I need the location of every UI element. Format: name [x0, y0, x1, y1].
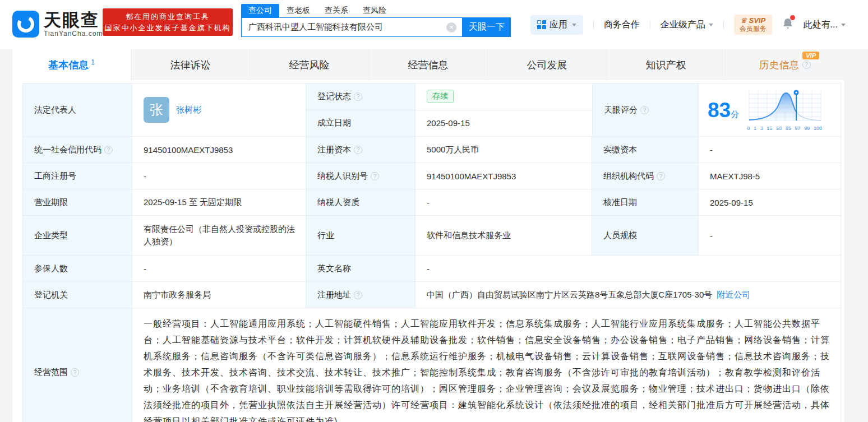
help-icon[interactable]: ? — [354, 291, 362, 299]
help-icon[interactable]: ? — [104, 146, 113, 154]
score-number-block: 83分 — [708, 100, 739, 120]
help-icon[interactable]: ? — [354, 146, 362, 154]
reg-capital-value: 5000万人民币 — [415, 137, 592, 163]
search-tabs: 查公司 查老板 查关系 查风险 — [241, 4, 511, 17]
reg-capital-label: 注册资本 — [317, 145, 351, 155]
taxpayer-id-label-cell: 纳税人识别号 ? — [306, 163, 415, 189]
taxpayer-qual-value: - — [415, 189, 592, 215]
status-date-stack: 登记状态 ? 存续 成立日期 2025-09-15 — [306, 84, 592, 136]
top-header: 天眼查 TianYanCha.com 都在用的商业查询工具 国家中小企业发展子基… — [0, 0, 868, 49]
english-name-label: 英文名称 — [306, 256, 415, 281]
nav-business-cooperation[interactable]: 商务合作 — [604, 19, 640, 31]
tab-legal-proceedings[interactable]: 法律诉讼 — [131, 49, 250, 80]
search-area: 查公司 查老板 查关系 查风险 × 天眼一下 — [241, 4, 511, 37]
search-input[interactable] — [242, 18, 462, 36]
user-menu-label: 此处有... — [804, 19, 838, 31]
tianyancha-swirl-icon — [12, 11, 39, 38]
table-subrow: 登记状态 ? 存续 — [306, 84, 592, 110]
tab-intellectual-property[interactable]: 知识产权 — [607, 49, 726, 80]
company-type-label: 企业类型 — [23, 216, 132, 255]
tianyancha-logo[interactable]: 天眼查 TianYanCha.com — [12, 11, 103, 38]
score-distribution-chart: 0131550859799100 — [747, 89, 823, 131]
help-icon[interactable]: ? — [802, 61, 811, 69]
user-menu[interactable]: 此处有... — [804, 19, 846, 31]
biz-term-label: 营业期限 — [23, 189, 132, 215]
paid-capital-value: - — [699, 137, 842, 163]
svip-membership-button[interactable]: ♛ SVIP 会员服务 — [734, 15, 772, 35]
table-subrow: 成立日期 2025-09-15 — [306, 110, 592, 137]
uscc-value: 91450100MAEXTJ9853 — [132, 137, 306, 163]
reg-capital-label-cell: 注册资本 ? — [306, 137, 415, 163]
search-button[interactable]: 天眼一下 — [463, 17, 511, 37]
enterprise-label: 企业级产品 — [661, 19, 705, 31]
nav-enterprise-products[interactable]: 企业级产品 — [661, 19, 713, 31]
reg-status-label: 登记状态 — [317, 91, 351, 102]
score-label: 天眼评分 — [604, 105, 638, 115]
clear-search-icon[interactable]: × — [446, 22, 456, 33]
staff-size-value: - — [699, 216, 842, 255]
address-value: 中国（广西）自由贸易试验区南宁片区云英路8号五象总部大厦C座1705-30号 — [427, 290, 712, 300]
brand-name: 天眼查 — [44, 11, 103, 29]
divider — [650, 20, 650, 29]
notification-bell-icon[interactable] — [782, 17, 793, 32]
search-tab-relation[interactable]: 查关系 — [317, 4, 355, 17]
taxpayer-id-label: 纳税人识别号 — [317, 171, 368, 182]
tab-operation-info[interactable]: 经营信息 — [369, 49, 488, 80]
search-tab-risk[interactable]: 查风险 — [355, 4, 394, 17]
table-row: 工商注册号 - 纳税人识别号 ? 91450100MAEXTJ9853 组织机构… — [23, 163, 841, 189]
reg-authority-value: 南宁市政务服务局 — [132, 282, 306, 308]
reg-status-cell: 存续 — [415, 84, 592, 110]
est-date-label: 成立日期 — [306, 110, 415, 137]
score-cell[interactable]: 83分 — [699, 84, 842, 136]
help-icon[interactable]: ? — [371, 172, 379, 180]
legal-rep-label: 法定代表人 — [23, 84, 132, 136]
table-row: 营业期限 2025-09-15 至 无固定期限 纳税人资质 - 核准日期 202… — [23, 189, 841, 216]
score-axis-ticks: 0131550859799100 — [747, 126, 822, 131]
basic-info-table: 法定代表人 张 张树彬 登记状态 ? 存续 成立日期 2025-09-1 — [22, 83, 841, 422]
help-icon[interactable]: ? — [71, 368, 79, 377]
reg-number-value: - — [132, 163, 306, 189]
staff-size-label: 人员规模 — [592, 216, 699, 255]
search-tab-boss[interactable]: 查老板 — [279, 4, 317, 17]
legal-rep-link[interactable]: 张树彬 — [176, 105, 201, 115]
slogan-line1: 都在用的商业查询工具 — [126, 11, 210, 22]
table-row: 企业类型 有限责任公司（非自然人投资或控股的法人独资） 行业 软件和信息技术服务… — [23, 216, 841, 256]
tab-basic-info[interactable]: 基本信息 1 — [12, 49, 131, 80]
tab-history-info[interactable]: VIP 历史信息 ? — [726, 49, 844, 80]
company-detail-card: 基本信息 1 法律诉讼 经营风险 经营信息 公司发展 知识产权 VIP 历史信息… — [12, 49, 844, 422]
section-tabbar: 基本信息 1 法律诉讼 经营风险 经营信息 公司发展 知识产权 VIP 历史信息… — [12, 49, 844, 80]
tab-company-development[interactable]: 公司发展 — [488, 49, 607, 80]
logo-text: 天眼查 TianYanCha.com — [44, 11, 103, 38]
table-row: 统一社会信用代码 ? 91450100MAEXTJ9853 注册资本 ? 500… — [23, 137, 841, 163]
search-tab-company[interactable]: 查公司 — [241, 4, 279, 17]
status-badge: 存续 — [427, 90, 454, 103]
paid-capital-label: 实缴资本 — [592, 137, 699, 163]
address-cell: 中国（广西）自由贸易试验区南宁片区云英路8号五象总部大厦C座1705-30号 附… — [415, 282, 841, 308]
nearby-companies-link[interactable]: 附近公司 — [717, 290, 750, 300]
help-icon[interactable]: ? — [354, 92, 362, 101]
scope-label: 经营范围 — [34, 367, 68, 378]
avatar[interactable]: 张 — [144, 97, 169, 123]
table-row: 登记机关 南宁市政务服务局 注册地址 ? 中国（广西）自由贸易试验区南宁片区云英… — [23, 282, 841, 308]
reg-status-label-cell: 登记状态 ? — [306, 84, 415, 110]
address-label-cell: 注册地址 ? — [306, 282, 415, 308]
scope-label-cell: 经营范围 ? — [23, 308, 132, 422]
address-label: 注册地址 — [317, 290, 351, 300]
chevron-down-icon — [572, 24, 576, 26]
tab-operation-risk[interactable]: 经营风险 — [250, 49, 369, 80]
brand-slogan-banner: 都在用的商业查询工具 国家中小企业发展子基金旗下机构 — [103, 8, 233, 36]
uscc-label: 统一社会信用代码 — [34, 145, 101, 155]
help-icon[interactable]: ? — [640, 106, 649, 114]
notification-dot — [790, 15, 795, 20]
svip-sub-label: 会员服务 — [740, 25, 767, 33]
divider — [593, 20, 594, 29]
apps-menu-button[interactable]: 应用 — [530, 15, 583, 35]
chevron-down-icon — [709, 24, 713, 26]
help-icon[interactable]: ? — [657, 172, 665, 180]
divider — [723, 20, 724, 29]
score-curve-svg — [747, 89, 822, 123]
table-row: 经营范围 ? 一般经营项目：人工智能通用应用系统；人工智能硬件销售；人工智能应用… — [23, 308, 841, 422]
taxpayer-id-value: 91450100MAEXTJ9853 — [415, 163, 592, 189]
scope-value: 一般经营项目：人工智能通用应用系统；人工智能硬件销售；人工智能应用软件开发；信息… — [132, 308, 841, 422]
table-row: 法定代表人 张 张树彬 登记状态 ? 存续 成立日期 2025-09-1 — [23, 84, 841, 137]
